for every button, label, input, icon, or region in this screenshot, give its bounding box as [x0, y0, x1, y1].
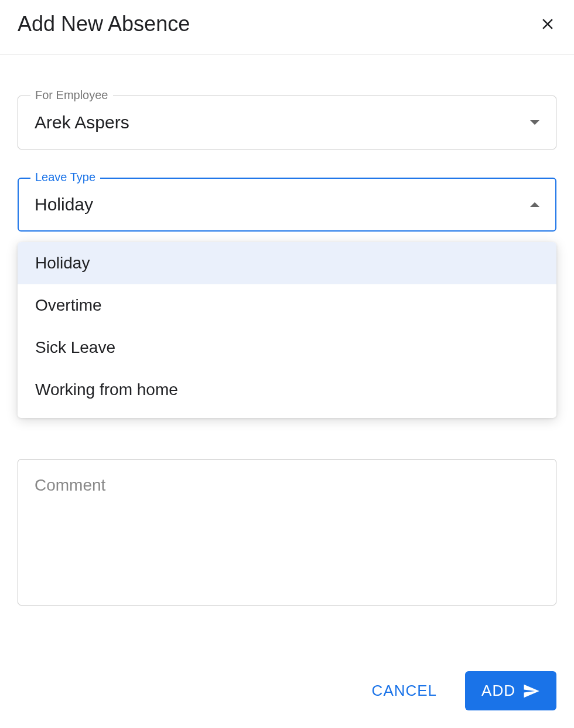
dropdown-option-holiday[interactable]: Holiday: [18, 242, 556, 284]
chevron-up-icon: [530, 202, 539, 207]
add-button[interactable]: ADD: [465, 671, 556, 710]
employee-field-wrapper: For Employee Arek Aspers: [18, 96, 556, 149]
dropdown-option-wfh[interactable]: Working from home: [18, 369, 556, 411]
leave-type-select[interactable]: Holiday: [18, 178, 556, 232]
employee-value: Arek Aspers: [35, 113, 129, 132]
chevron-down-icon: [530, 120, 539, 125]
dropdown-option-overtime[interactable]: Overtime: [18, 284, 556, 326]
close-icon: [539, 15, 556, 33]
leave-type-field-wrapper: Leave Type Holiday Holiday Overtime Sick…: [18, 178, 556, 418]
comment-input[interactable]: [18, 459, 556, 605]
cancel-button[interactable]: CANCEL: [367, 672, 442, 709]
send-icon: [522, 682, 540, 700]
form-body: For Employee Arek Aspers Leave Type Holi…: [0, 55, 574, 625]
dialog-header: Add New Absence: [0, 0, 574, 55]
employee-select[interactable]: Arek Aspers: [18, 96, 556, 149]
employee-label: For Employee: [30, 89, 113, 102]
dialog-footer: CANCEL ADD: [367, 671, 556, 710]
close-button[interactable]: [539, 15, 556, 33]
comment-field-wrapper: [18, 459, 556, 608]
dialog-title: Add New Absence: [18, 12, 190, 36]
leave-type-label: Leave Type: [30, 171, 100, 184]
leave-type-dropdown: Holiday Overtime Sick Leave Working from…: [18, 242, 556, 418]
leave-type-value: Holiday: [35, 195, 93, 215]
dropdown-option-sick-leave[interactable]: Sick Leave: [18, 326, 556, 369]
add-button-label: ADD: [481, 682, 515, 700]
